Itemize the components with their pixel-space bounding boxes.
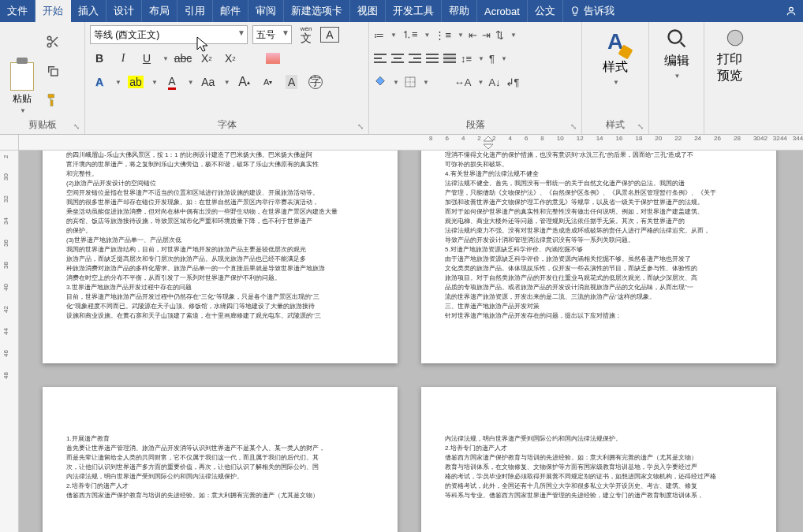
font-size-value: 五号 <box>256 28 275 42</box>
editing-button[interactable]: 编辑 ▼ <box>656 24 697 117</box>
chevron-down-icon: ▼ <box>20 107 26 114</box>
tab-view[interactable]: 视图 <box>350 0 386 22</box>
svg-rect-3 <box>51 69 58 76</box>
styles-group-label: 样式 <box>606 118 625 132</box>
align-center-button[interactable] <box>391 54 404 63</box>
tab-newtab[interactable]: 新建选项卡 <box>284 0 350 22</box>
chevron-down-icon: ▼ <box>224 79 230 86</box>
character-shading-button[interactable]: A <box>282 73 301 91</box>
editing-label: 编辑 <box>664 53 689 69</box>
styles-icon: A <box>601 28 629 56</box>
chevron-down-icon: ▼ <box>423 79 429 86</box>
tab-mail[interactable]: 邮件 <box>213 0 248 22</box>
shading-button[interactable] <box>374 76 387 88</box>
strikethrough-button[interactable]: abc <box>174 49 192 68</box>
char-scale-button[interactable]: ↔A <box>454 76 472 88</box>
print-preview-label: 打印预览 <box>717 51 753 84</box>
indent-marker-icon[interactable] <box>483 136 494 149</box>
shrink-font-button[interactable]: A▾ <box>259 73 278 91</box>
chevron-down-icon: ▼ <box>282 28 289 37</box>
print-preview-button[interactable]: 打印预览 <box>709 24 761 117</box>
sort-az-button[interactable]: A↓ <box>488 76 500 88</box>
grow-font-button[interactable]: A▴ <box>235 73 254 91</box>
ruler-corner <box>0 135 19 151</box>
underline-button[interactable]: U <box>137 49 156 68</box>
subscript-button[interactable]: X2 <box>197 49 216 68</box>
lightbulb-icon <box>570 6 581 17</box>
styles-launcher-icon[interactable]: ⤡ <box>635 121 646 132</box>
chevron-down-icon: ▼ <box>393 79 399 86</box>
borders-button[interactable] <box>404 76 416 88</box>
styles-button[interactable]: A 样式 ▼ <box>595 24 636 117</box>
search-icon <box>666 28 688 50</box>
distributed-button[interactable] <box>443 54 456 63</box>
justify-button[interactable] <box>426 54 439 63</box>
svg-point-2 <box>47 44 51 48</box>
numbering-button[interactable]: ⒈≡ <box>402 28 418 42</box>
tab-help[interactable]: 帮助 <box>442 0 477 22</box>
format-painter-icon[interactable] <box>44 91 62 109</box>
superscript-button[interactable]: X2 <box>221 49 240 68</box>
chevron-down-icon: ▼ <box>115 79 121 86</box>
font-name-combo[interactable]: 等线 (西文正文)▼ <box>90 25 248 44</box>
tab-references[interactable]: 引用 <box>177 0 213 22</box>
tab-file[interactable]: 文件 <box>0 0 35 22</box>
tab-developer[interactable]: 开发工具 <box>386 0 442 22</box>
character-border-button[interactable]: A <box>320 27 339 43</box>
tab-layout[interactable]: 布局 <box>142 0 177 22</box>
paste-button[interactable]: 粘贴 ▼ <box>5 24 39 117</box>
bold-button[interactable]: B <box>90 49 109 68</box>
text-effects-button[interactable]: A <box>90 73 109 91</box>
tab-design[interactable]: 设计 <box>106 0 142 22</box>
tell-me-label: 告诉我 <box>584 4 614 18</box>
clipboard-icon <box>8 58 36 91</box>
horizontal-ruler[interactable]: 8642 2468101214161820222426283032343638 … <box>19 135 803 151</box>
tell-me[interactable]: 告诉我 <box>563 0 621 22</box>
decrease-indent-button[interactable]: ⇤ <box>469 29 477 41</box>
vertical-ruler[interactable]: 230323436384042444648 <box>0 151 19 532</box>
font-size-combo[interactable]: 五号▼ <box>252 25 292 44</box>
clear-formatting-button[interactable] <box>263 49 282 68</box>
multilevel-list-button[interactable]: ⋮≡ <box>435 29 451 41</box>
tab-acrobat[interactable]: Acrobat <box>477 0 528 22</box>
page-4: 内法律法规，明白世界遗产受到国际公约和国内法律法规保护。2.培养专门的遗产人才借… <box>421 387 776 532</box>
bullets-button[interactable]: ≔ <box>374 29 384 41</box>
highlight-button[interactable]: ab <box>126 73 145 91</box>
font-color-button[interactable]: A <box>162 73 181 91</box>
document-pages[interactable]: 的四川峨眉山-乐山大佛风景区，按 1：1 的比例设计建造了巴米扬大佛。巴米扬大佛… <box>19 151 803 532</box>
paragraph-launcher-icon[interactable]: ⤡ <box>568 121 579 132</box>
align-right-button[interactable] <box>409 54 421 63</box>
chevron-down-icon: ▼ <box>390 32 397 39</box>
chevron-down-icon: ▼ <box>501 55 507 62</box>
tab-home[interactable]: 开始 <box>35 0 71 22</box>
svg-point-6 <box>727 30 743 46</box>
increase-indent-button[interactable]: ⇥ <box>482 29 491 41</box>
svg-point-1 <box>47 37 51 41</box>
clipboard-launcher-icon[interactable]: ⤡ <box>71 121 82 132</box>
chevron-down-icon: ▼ <box>613 79 619 86</box>
tab-review[interactable]: 审阅 <box>248 0 284 22</box>
phonetic-guide-button[interactable]: wén文 <box>297 25 316 44</box>
align-left-button[interactable] <box>374 54 387 63</box>
copy-icon[interactable] <box>44 62 62 80</box>
styles-label: 样式 <box>603 59 628 76</box>
font-launcher-icon[interactable]: ⤡ <box>355 121 366 132</box>
cut-icon[interactable] <box>44 33 62 50</box>
enclose-characters-button[interactable]: 字 <box>306 73 325 91</box>
chevron-down-icon: ▼ <box>188 79 194 86</box>
italic-button[interactable]: I <box>114 49 133 68</box>
chevron-down-icon: ▼ <box>510 32 517 39</box>
font-group-label: 字体 <box>218 118 237 132</box>
show-marks-button[interactable]: ¶ <box>489 53 495 65</box>
change-case-button[interactable]: Aa <box>199 73 218 91</box>
page-3: 1.开展遗产教育首先要让世界遗产管理消、旅游产品开发消等认识到世界遗产不是某个人… <box>43 387 398 532</box>
chevron-down-icon: ▼ <box>674 73 681 80</box>
show-paragraph-marks-button[interactable]: ↲¶ <box>506 76 520 88</box>
chevron-down-icon: ▼ <box>458 32 464 39</box>
tab-gongwen[interactable]: 公文 <box>528 0 563 22</box>
sort-button[interactable]: ⇅ <box>495 29 504 41</box>
account-icon[interactable] <box>779 0 803 22</box>
tab-insert[interactable]: 插入 <box>71 0 106 22</box>
chevron-down-icon: ▼ <box>478 55 484 62</box>
line-spacing-button[interactable]: ↕≡ <box>461 53 472 65</box>
